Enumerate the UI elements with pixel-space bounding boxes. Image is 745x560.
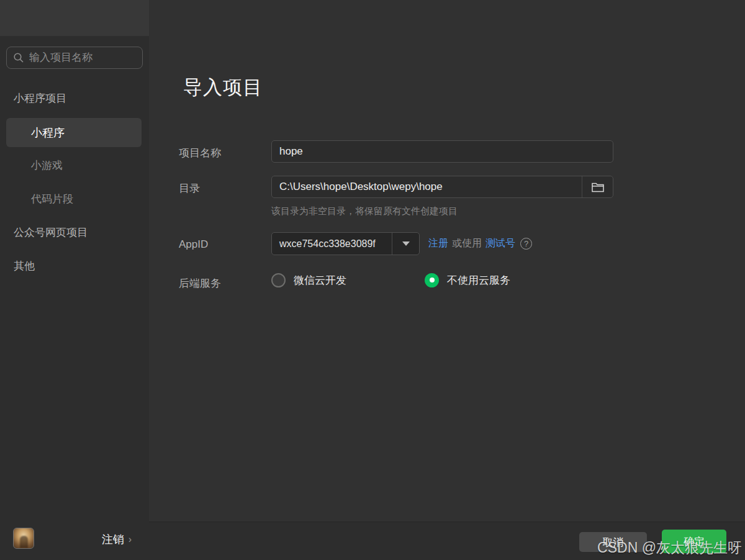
logout-button[interactable]: 注销 › [102, 532, 132, 547]
project-name-input[interactable] [271, 140, 613, 163]
sidebar-bottom-bar: 注销 › [0, 520, 149, 560]
appid-value: wxce754cc338e3089f [272, 238, 392, 250]
sidebar-group-miniprogram[interactable]: 小程序项目 [14, 91, 66, 107]
directory-hint: 该目录为非空目录，将保留原有文件创建项目 [271, 205, 458, 217]
user-avatar[interactable] [13, 528, 34, 549]
appid-select[interactable]: wxce754cc338e3089f [271, 232, 420, 255]
logout-label: 注销 [102, 532, 124, 547]
directory-label: 目录 [179, 181, 200, 196]
radio-no-cloud[interactable] [425, 273, 439, 287]
radio-cloud-dev[interactable] [271, 273, 286, 287]
sidebar-item-minigame[interactable]: 小游戏 [31, 158, 63, 174]
radio-cloud-dev-label[interactable]: 微信云开发 [294, 273, 346, 287]
sidebar-group-webpage[interactable]: 公众号网页项目 [14, 225, 88, 241]
appid-label: AppID [179, 238, 208, 251]
project-search-box[interactable] [6, 47, 143, 69]
or-use-text: 或使用 [452, 237, 482, 250]
cancel-button[interactable]: 取消 [579, 532, 647, 552]
backend-options: 微信云开发 不使用云服务 [271, 272, 510, 288]
sidebar: 小程序项目 小程序 小游戏 代码片段 公众号网页项目 其他 注销 › [0, 0, 149, 560]
chevron-right-icon: › [129, 534, 132, 545]
search-icon [13, 52, 24, 63]
appid-row: wxce754cc338e3089f 注册 或使用 测试号 ? [271, 232, 532, 255]
project-name-label: 项目名称 [179, 146, 221, 160]
folder-icon [591, 181, 605, 193]
appid-links: 注册 或使用 测试号 ? [428, 237, 532, 250]
directory-input[interactable] [272, 176, 582, 197]
register-link[interactable]: 注册 [428, 237, 448, 250]
import-project-panel: 导入项目 项目名称 目录 该目录为非空目录，将保留原有文件创建项目 AppID … [149, 0, 745, 560]
sidebar-item-label: 小程序 [31, 125, 65, 140]
directory-input-group [271, 176, 613, 198]
appid-dropdown-toggle[interactable] [392, 233, 419, 255]
page-title: 导入项目 [183, 75, 263, 101]
confirm-button[interactable]: 确定 [662, 530, 726, 553]
sidebar-titlebar [0, 0, 149, 36]
backend-label: 后端服务 [179, 276, 221, 291]
test-account-link[interactable]: 测试号 [485, 237, 515, 250]
browse-folder-button[interactable] [582, 176, 613, 197]
sidebar-item-code-snippet[interactable]: 代码片段 [31, 191, 73, 207]
help-icon[interactable]: ? [520, 238, 532, 250]
sidebar-group-other[interactable]: 其他 [14, 258, 35, 274]
chevron-down-icon [402, 242, 410, 246]
sidebar-item-miniprogram[interactable]: 小程序 [6, 118, 142, 147]
footer-bar: 取消 确定 [149, 522, 745, 560]
radio-no-cloud-label[interactable]: 不使用云服务 [447, 273, 510, 287]
search-input[interactable] [29, 52, 136, 64]
